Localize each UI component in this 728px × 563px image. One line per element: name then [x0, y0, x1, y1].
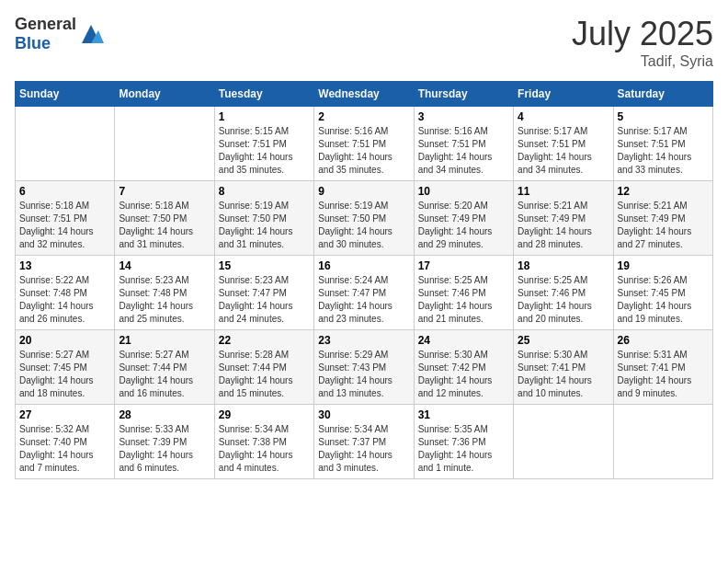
day-number: 23 [318, 334, 409, 347]
day-info: Sunrise: 5:19 AMSunset: 7:50 PMDaylight:… [219, 200, 310, 251]
month-title: July 2025 [572, 15, 713, 53]
calendar-cell: 15Sunrise: 5:23 AMSunset: 7:47 PMDayligh… [214, 256, 313, 330]
calendar-week-1: 1Sunrise: 5:15 AMSunset: 7:51 PMDaylight… [16, 107, 713, 181]
calendar-cell: 14Sunrise: 5:23 AMSunset: 7:48 PMDayligh… [115, 256, 214, 330]
weekday-header-thursday: Thursday [414, 82, 513, 107]
day-info: Sunrise: 5:34 AMSunset: 7:37 PMDaylight:… [318, 423, 409, 475]
calendar-cell: 19Sunrise: 5:26 AMSunset: 7:45 PMDayligh… [613, 256, 712, 330]
calendar-cell: 13Sunrise: 5:22 AMSunset: 7:48 PMDayligh… [16, 256, 115, 330]
weekday-header-friday: Friday [514, 82, 613, 107]
calendar-cell: 17Sunrise: 5:25 AMSunset: 7:46 PMDayligh… [414, 256, 513, 330]
day-number: 1 [219, 110, 310, 123]
calendar-cell: 20Sunrise: 5:27 AMSunset: 7:45 PMDayligh… [16, 330, 115, 405]
logo-icon [78, 21, 104, 47]
day-number: 6 [19, 185, 110, 198]
day-number: 29 [219, 408, 310, 421]
calendar-cell: 27Sunrise: 5:32 AMSunset: 7:40 PMDayligh… [16, 405, 115, 479]
day-info: Sunrise: 5:28 AMSunset: 7:44 PMDaylight:… [219, 349, 310, 400]
weekday-header-monday: Monday [115, 82, 214, 107]
calendar-cell: 16Sunrise: 5:24 AMSunset: 7:47 PMDayligh… [314, 256, 414, 330]
day-info: Sunrise: 5:35 AMSunset: 7:36 PMDaylight:… [418, 423, 509, 475]
day-number: 31 [418, 408, 509, 421]
day-info: Sunrise: 5:16 AMSunset: 7:51 PMDaylight:… [418, 125, 509, 177]
calendar-cell: 6Sunrise: 5:18 AMSunset: 7:51 PMDaylight… [16, 181, 115, 256]
day-number: 15 [219, 259, 310, 272]
calendar-cell: 11Sunrise: 5:21 AMSunset: 7:49 PMDayligh… [514, 181, 613, 256]
day-number: 30 [318, 408, 409, 421]
day-number: 4 [518, 110, 609, 123]
calendar-table: SundayMondayTuesdayWednesdayThursdayFrid… [15, 81, 713, 479]
day-info: Sunrise: 5:32 AMSunset: 7:40 PMDaylight:… [19, 423, 110, 475]
weekday-header-wednesday: Wednesday [314, 82, 414, 107]
day-number: 16 [318, 259, 409, 272]
calendar-cell: 8Sunrise: 5:19 AMSunset: 7:50 PMDaylight… [214, 181, 313, 256]
day-info: Sunrise: 5:18 AMSunset: 7:51 PMDaylight:… [19, 200, 110, 251]
day-number: 25 [518, 334, 609, 347]
weekday-header-sunday: Sunday [16, 82, 115, 107]
day-info: Sunrise: 5:33 AMSunset: 7:39 PMDaylight:… [119, 423, 210, 475]
calendar-cell [514, 405, 613, 479]
calendar-week-5: 27Sunrise: 5:32 AMSunset: 7:40 PMDayligh… [16, 405, 713, 479]
day-info: Sunrise: 5:19 AMSunset: 7:50 PMDaylight:… [318, 200, 409, 251]
calendar-week-4: 20Sunrise: 5:27 AMSunset: 7:45 PMDayligh… [16, 330, 713, 405]
calendar-cell: 1Sunrise: 5:15 AMSunset: 7:51 PMDaylight… [214, 107, 313, 181]
day-number: 27 [19, 408, 110, 421]
logo-text: General Blue [15, 15, 76, 53]
day-info: Sunrise: 5:29 AMSunset: 7:43 PMDaylight:… [318, 349, 409, 400]
calendar-cell [613, 405, 712, 479]
day-info: Sunrise: 5:25 AMSunset: 7:46 PMDaylight:… [418, 274, 509, 326]
weekday-header-saturday: Saturday [613, 82, 712, 107]
day-info: Sunrise: 5:18 AMSunset: 7:50 PMDaylight:… [119, 200, 210, 251]
day-info: Sunrise: 5:16 AMSunset: 7:51 PMDaylight:… [318, 125, 409, 177]
day-number: 20 [19, 334, 110, 347]
day-info: Sunrise: 5:20 AMSunset: 7:49 PMDaylight:… [418, 200, 509, 251]
calendar-cell [115, 107, 214, 181]
calendar-cell: 24Sunrise: 5:30 AMSunset: 7:42 PMDayligh… [414, 330, 513, 405]
calendar-week-3: 13Sunrise: 5:22 AMSunset: 7:48 PMDayligh… [16, 256, 713, 330]
page-header: General Blue July 2025 Tadif, Syria [15, 15, 713, 70]
day-number: 24 [418, 334, 509, 347]
calendar-week-2: 6Sunrise: 5:18 AMSunset: 7:51 PMDaylight… [16, 181, 713, 256]
calendar-cell: 25Sunrise: 5:30 AMSunset: 7:41 PMDayligh… [514, 330, 613, 405]
day-number: 5 [618, 110, 709, 123]
location-title: Tadif, Syria [572, 53, 713, 70]
day-number: 14 [119, 259, 210, 272]
calendar-cell: 31Sunrise: 5:35 AMSunset: 7:36 PMDayligh… [414, 405, 513, 479]
day-info: Sunrise: 5:30 AMSunset: 7:42 PMDaylight:… [418, 349, 509, 400]
day-info: Sunrise: 5:17 AMSunset: 7:51 PMDaylight:… [618, 125, 709, 177]
calendar-cell: 23Sunrise: 5:29 AMSunset: 7:43 PMDayligh… [314, 330, 414, 405]
calendar-cell: 18Sunrise: 5:25 AMSunset: 7:46 PMDayligh… [514, 256, 613, 330]
day-info: Sunrise: 5:21 AMSunset: 7:49 PMDaylight:… [618, 200, 709, 251]
day-info: Sunrise: 5:22 AMSunset: 7:48 PMDaylight:… [19, 274, 110, 326]
day-number: 28 [119, 408, 210, 421]
day-number: 10 [418, 185, 509, 198]
day-info: Sunrise: 5:26 AMSunset: 7:45 PMDaylight:… [618, 274, 709, 326]
calendar-cell: 12Sunrise: 5:21 AMSunset: 7:49 PMDayligh… [613, 181, 712, 256]
calendar-cell: 29Sunrise: 5:34 AMSunset: 7:38 PMDayligh… [214, 405, 313, 479]
day-number: 19 [618, 259, 709, 272]
day-info: Sunrise: 5:25 AMSunset: 7:46 PMDaylight:… [518, 274, 609, 326]
day-info: Sunrise: 5:15 AMSunset: 7:51 PMDaylight:… [219, 125, 310, 177]
day-number: 22 [219, 334, 310, 347]
day-info: Sunrise: 5:27 AMSunset: 7:45 PMDaylight:… [19, 349, 110, 400]
calendar-cell: 26Sunrise: 5:31 AMSunset: 7:41 PMDayligh… [613, 330, 712, 405]
calendar-cell: 21Sunrise: 5:27 AMSunset: 7:44 PMDayligh… [115, 330, 214, 405]
day-info: Sunrise: 5:30 AMSunset: 7:41 PMDaylight:… [518, 349, 609, 400]
logo: General Blue [15, 15, 104, 53]
day-number: 12 [618, 185, 709, 198]
calendar-cell: 3Sunrise: 5:16 AMSunset: 7:51 PMDaylight… [414, 107, 513, 181]
calendar-cell: 30Sunrise: 5:34 AMSunset: 7:37 PMDayligh… [314, 405, 414, 479]
day-info: Sunrise: 5:23 AMSunset: 7:47 PMDaylight:… [219, 274, 310, 326]
day-number: 9 [318, 185, 409, 198]
calendar-cell: 28Sunrise: 5:33 AMSunset: 7:39 PMDayligh… [115, 405, 214, 479]
day-number: 21 [119, 334, 210, 347]
day-info: Sunrise: 5:23 AMSunset: 7:48 PMDaylight:… [119, 274, 210, 326]
calendar-cell: 5Sunrise: 5:17 AMSunset: 7:51 PMDaylight… [613, 107, 712, 181]
weekday-header-tuesday: Tuesday [214, 82, 313, 107]
title-block: July 2025 Tadif, Syria [572, 15, 713, 70]
day-number: 18 [518, 259, 609, 272]
day-info: Sunrise: 5:34 AMSunset: 7:38 PMDaylight:… [219, 423, 310, 475]
calendar-cell: 9Sunrise: 5:19 AMSunset: 7:50 PMDaylight… [314, 181, 414, 256]
day-info: Sunrise: 5:27 AMSunset: 7:44 PMDaylight:… [119, 349, 210, 400]
day-info: Sunrise: 5:31 AMSunset: 7:41 PMDaylight:… [618, 349, 709, 400]
